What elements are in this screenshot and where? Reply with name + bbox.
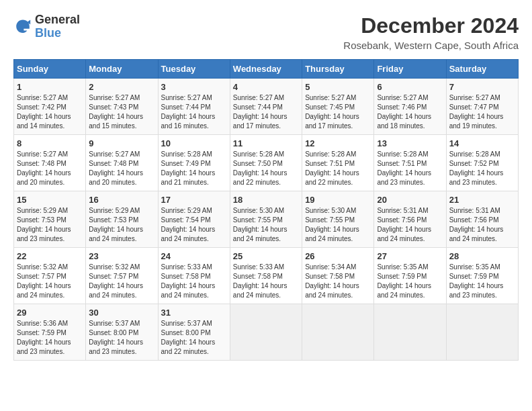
day-info: Sunrise: 5:28 AM Sunset: 7:52 PM Dayligh… bbox=[449, 150, 515, 187]
calendar-cell: 16 Sunrise: 5:29 AM Sunset: 7:53 PM Dayl… bbox=[86, 191, 158, 248]
day-number: 24 bbox=[161, 251, 227, 261]
day-info: Sunrise: 5:28 AM Sunset: 7:49 PM Dayligh… bbox=[161, 150, 227, 187]
day-number: 3 bbox=[161, 82, 227, 92]
day-info: Sunrise: 5:31 AM Sunset: 7:56 PM Dayligh… bbox=[377, 206, 443, 244]
day-number: 19 bbox=[305, 195, 371, 205]
calendar-cell: 7 Sunrise: 5:27 AM Sunset: 7:47 PM Dayli… bbox=[446, 79, 518, 135]
weekday-header-saturday: Saturday bbox=[446, 60, 518, 79]
day-number: 23 bbox=[89, 251, 154, 261]
calendar-cell bbox=[446, 304, 518, 361]
day-info: Sunrise: 5:32 AM Sunset: 7:57 PM Dayligh… bbox=[89, 263, 154, 300]
day-number: 22 bbox=[17, 251, 83, 261]
day-number: 21 bbox=[449, 195, 515, 205]
calendar-cell: 27 Sunrise: 5:35 AM Sunset: 7:59 PM Dayl… bbox=[374, 248, 446, 304]
day-info: Sunrise: 5:29 AM Sunset: 7:53 PM Dayligh… bbox=[17, 206, 83, 244]
calendar-cell: 28 Sunrise: 5:35 AM Sunset: 7:59 PM Dayl… bbox=[446, 248, 518, 304]
day-number: 15 bbox=[17, 195, 83, 205]
calendar-cell: 14 Sunrise: 5:28 AM Sunset: 7:52 PM Dayl… bbox=[446, 135, 518, 191]
month-title: December 2024 bbox=[343, 13, 519, 38]
calendar-cell bbox=[302, 304, 374, 361]
day-number: 25 bbox=[233, 251, 299, 261]
day-info: Sunrise: 5:27 AM Sunset: 7:45 PM Dayligh… bbox=[305, 93, 371, 131]
day-info: Sunrise: 5:30 AM Sunset: 7:55 PM Dayligh… bbox=[305, 206, 371, 244]
day-info: Sunrise: 5:28 AM Sunset: 7:50 PM Dayligh… bbox=[233, 150, 299, 187]
weekday-header-tuesday: Tuesday bbox=[158, 60, 230, 79]
day-info: Sunrise: 5:27 AM Sunset: 7:48 PM Dayligh… bbox=[89, 150, 154, 187]
day-number: 1 bbox=[17, 82, 83, 92]
calendar-cell: 9 Sunrise: 5:27 AM Sunset: 7:48 PM Dayli… bbox=[86, 135, 158, 191]
day-info: Sunrise: 5:37 AM Sunset: 8:00 PM Dayligh… bbox=[161, 319, 227, 357]
calendar-cell: 8 Sunrise: 5:27 AM Sunset: 7:48 PM Dayli… bbox=[14, 135, 86, 191]
day-number: 27 bbox=[377, 251, 443, 261]
day-number: 7 bbox=[449, 82, 515, 92]
day-number: 31 bbox=[161, 308, 227, 318]
calendar-cell: 17 Sunrise: 5:29 AM Sunset: 7:54 PM Dayl… bbox=[158, 191, 230, 248]
day-info: Sunrise: 5:27 AM Sunset: 7:42 PM Dayligh… bbox=[17, 93, 83, 131]
day-number: 9 bbox=[89, 138, 154, 148]
calendar-week-row: 8 Sunrise: 5:27 AM Sunset: 7:48 PM Dayli… bbox=[14, 135, 519, 191]
weekday-header-friday: Friday bbox=[374, 60, 446, 79]
day-number: 20 bbox=[377, 195, 443, 205]
day-info: Sunrise: 5:30 AM Sunset: 7:55 PM Dayligh… bbox=[233, 206, 299, 244]
day-info: Sunrise: 5:34 AM Sunset: 7:58 PM Dayligh… bbox=[305, 263, 371, 300]
day-number: 14 bbox=[449, 138, 515, 148]
weekday-header-thursday: Thursday bbox=[302, 60, 374, 79]
day-number: 13 bbox=[377, 138, 443, 148]
day-info: Sunrise: 5:32 AM Sunset: 7:57 PM Dayligh… bbox=[17, 263, 83, 300]
day-number: 18 bbox=[233, 195, 299, 205]
calendar-cell: 21 Sunrise: 5:31 AM Sunset: 7:56 PM Dayl… bbox=[446, 191, 518, 248]
calendar-cell: 11 Sunrise: 5:28 AM Sunset: 7:50 PM Dayl… bbox=[230, 135, 302, 191]
calendar-cell: 13 Sunrise: 5:28 AM Sunset: 7:51 PM Dayl… bbox=[374, 135, 446, 191]
day-info: Sunrise: 5:27 AM Sunset: 7:46 PM Dayligh… bbox=[377, 93, 443, 131]
day-number: 5 bbox=[305, 82, 371, 92]
day-info: Sunrise: 5:27 AM Sunset: 7:48 PM Dayligh… bbox=[17, 150, 83, 187]
day-number: 4 bbox=[233, 82, 299, 92]
calendar-cell: 15 Sunrise: 5:29 AM Sunset: 7:53 PM Dayl… bbox=[14, 191, 86, 248]
logo-icon bbox=[13, 17, 32, 36]
calendar-cell: 2 Sunrise: 5:27 AM Sunset: 7:43 PM Dayli… bbox=[86, 79, 158, 135]
calendar-cell: 5 Sunrise: 5:27 AM Sunset: 7:45 PM Dayli… bbox=[302, 79, 374, 135]
calendar-cell: 29 Sunrise: 5:36 AM Sunset: 7:59 PM Dayl… bbox=[14, 304, 86, 361]
day-number: 17 bbox=[161, 195, 227, 205]
day-info: Sunrise: 5:29 AM Sunset: 7:53 PM Dayligh… bbox=[89, 206, 154, 244]
page-header: General Blue December 2024 Rosebank, Wes… bbox=[13, 13, 519, 51]
calendar-cell bbox=[374, 304, 446, 361]
day-number: 30 bbox=[89, 308, 154, 318]
day-info: Sunrise: 5:28 AM Sunset: 7:51 PM Dayligh… bbox=[377, 150, 443, 187]
calendar-cell: 24 Sunrise: 5:33 AM Sunset: 7:58 PM Dayl… bbox=[158, 248, 230, 304]
day-info: Sunrise: 5:28 AM Sunset: 7:51 PM Dayligh… bbox=[305, 150, 371, 187]
day-info: Sunrise: 5:27 AM Sunset: 7:44 PM Dayligh… bbox=[161, 93, 227, 131]
calendar-cell: 20 Sunrise: 5:31 AM Sunset: 7:56 PM Dayl… bbox=[374, 191, 446, 248]
calendar-cell: 31 Sunrise: 5:37 AM Sunset: 8:00 PM Dayl… bbox=[158, 304, 230, 361]
calendar-cell: 12 Sunrise: 5:28 AM Sunset: 7:51 PM Dayl… bbox=[302, 135, 374, 191]
calendar-cell: 4 Sunrise: 5:27 AM Sunset: 7:44 PM Dayli… bbox=[230, 79, 302, 135]
day-number: 8 bbox=[17, 138, 83, 148]
calendar-week-row: 1 Sunrise: 5:27 AM Sunset: 7:42 PM Dayli… bbox=[14, 79, 519, 135]
title-section: December 2024 Rosebank, Western Cape, So… bbox=[343, 13, 519, 51]
day-number: 11 bbox=[233, 138, 299, 148]
day-info: Sunrise: 5:29 AM Sunset: 7:54 PM Dayligh… bbox=[161, 206, 227, 244]
day-info: Sunrise: 5:35 AM Sunset: 7:59 PM Dayligh… bbox=[377, 263, 443, 300]
weekday-header-monday: Monday bbox=[86, 60, 158, 79]
day-info: Sunrise: 5:35 AM Sunset: 7:59 PM Dayligh… bbox=[449, 263, 515, 300]
day-info: Sunrise: 5:27 AM Sunset: 7:43 PM Dayligh… bbox=[89, 93, 154, 131]
weekday-header-wednesday: Wednesday bbox=[230, 60, 302, 79]
day-info: Sunrise: 5:31 AM Sunset: 7:56 PM Dayligh… bbox=[449, 206, 515, 244]
day-info: Sunrise: 5:33 AM Sunset: 7:58 PM Dayligh… bbox=[233, 263, 299, 300]
calendar-cell: 18 Sunrise: 5:30 AM Sunset: 7:55 PM Dayl… bbox=[230, 191, 302, 248]
day-number: 16 bbox=[89, 195, 154, 205]
day-info: Sunrise: 5:37 AM Sunset: 8:00 PM Dayligh… bbox=[89, 319, 154, 357]
day-number: 12 bbox=[305, 138, 371, 148]
logo-text: General Blue bbox=[35, 13, 80, 40]
calendar-week-row: 15 Sunrise: 5:29 AM Sunset: 7:53 PM Dayl… bbox=[14, 191, 519, 248]
weekday-header-row: SundayMondayTuesdayWednesdayThursdayFrid… bbox=[14, 60, 519, 79]
calendar-cell bbox=[230, 304, 302, 361]
calendar-week-row: 22 Sunrise: 5:32 AM Sunset: 7:57 PM Dayl… bbox=[14, 248, 519, 304]
calendar-cell: 22 Sunrise: 5:32 AM Sunset: 7:57 PM Dayl… bbox=[14, 248, 86, 304]
calendar-cell: 1 Sunrise: 5:27 AM Sunset: 7:42 PM Dayli… bbox=[14, 79, 86, 135]
day-info: Sunrise: 5:36 AM Sunset: 7:59 PM Dayligh… bbox=[17, 319, 83, 357]
calendar-cell: 30 Sunrise: 5:37 AM Sunset: 8:00 PM Dayl… bbox=[86, 304, 158, 361]
calendar-cell: 3 Sunrise: 5:27 AM Sunset: 7:44 PM Dayli… bbox=[158, 79, 230, 135]
calendar-cell: 10 Sunrise: 5:28 AM Sunset: 7:49 PM Dayl… bbox=[158, 135, 230, 191]
day-number: 10 bbox=[161, 138, 227, 148]
